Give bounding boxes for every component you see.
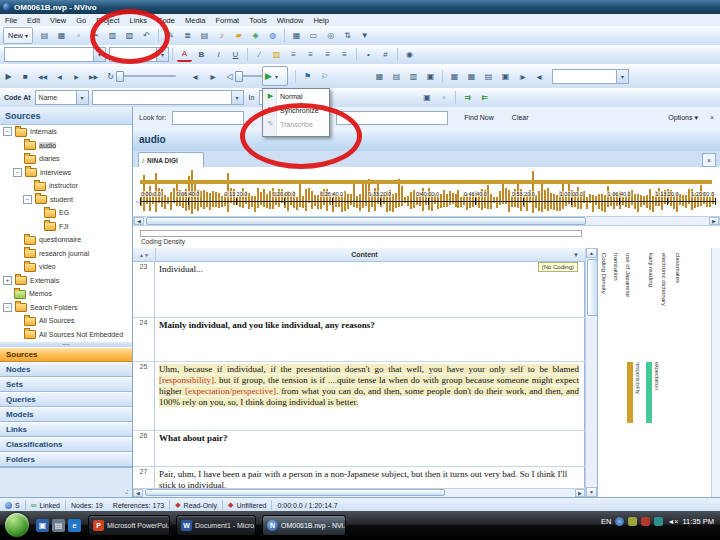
nav-button-nodes[interactable]: Nodes (0, 362, 132, 377)
scrollbar-thumb[interactable] (145, 489, 445, 496)
code-at-name-combo[interactable]: ▾ (92, 90, 244, 105)
options-button[interactable]: Options ▾ (662, 114, 704, 122)
transcript-row[interactable]: 26 What about pair? (133, 430, 585, 467)
print-icon[interactable]: ▦ (54, 28, 69, 43)
clear-button[interactable]: Clear (506, 114, 535, 121)
tree-item-student[interactable]: −student (0, 193, 132, 207)
menu-tools[interactable]: Tools (244, 16, 272, 25)
panel-resize-icon[interactable]: ⌄̂ (124, 488, 129, 495)
coding-stripe-responsibility[interactable] (627, 362, 633, 423)
entry-out-icon[interactable]: ◀| (532, 69, 547, 84)
tree-item-instructor[interactable]: instructor (0, 179, 132, 193)
start-button[interactable] (5, 513, 29, 537)
tree-item-diaries[interactable]: diaries (0, 152, 132, 166)
menu-item-normal[interactable]: ▶Normal (263, 89, 329, 103)
content-column-header[interactable]: Content (156, 251, 573, 258)
menu-media[interactable]: Media (180, 16, 210, 25)
transcript-row[interactable]: 23 Individual... (133, 261, 585, 318)
tree-expander-icon[interactable]: − (3, 127, 12, 136)
bold-icon[interactable]: B (194, 47, 209, 62)
tree-expander-icon[interactable]: − (23, 195, 32, 204)
scroll-right-icon[interactable]: ▶ (709, 217, 719, 225)
waveform-scrollbar[interactable]: ◀ ▶ (133, 216, 720, 226)
underline-icon[interactable]: U (228, 47, 243, 62)
row-number-header[interactable]: ▲▼ (133, 248, 156, 261)
transcript-h-scrollbar[interactable]: ◀ ▶ (133, 488, 585, 497)
document-icon[interactable]: ▭ (306, 28, 321, 43)
find-bar-close-icon[interactable]: × (704, 114, 720, 121)
transcript-row[interactable]: 24 Mainly individual, and you like indiv… (133, 317, 585, 362)
position-slider[interactable] (122, 69, 184, 84)
quick-launch-ie-icon[interactable]: e (68, 519, 81, 532)
list-view-icon[interactable]: ≣ (180, 28, 195, 43)
frame-prev-icon[interactable]: ◀| (188, 69, 203, 84)
play-mode-dropdown-button[interactable]: ▶ ▾ (262, 66, 288, 86)
align-left-icon[interactable]: ≡ (286, 47, 301, 62)
code-icon[interactable]: ⇉ (460, 90, 475, 105)
taskbar-button-word[interactable]: W Document1 - Micro... (176, 515, 256, 536)
tab-audio-document[interactable]: ♪ NINA DIGI (138, 152, 204, 168)
transcript-row[interactable]: 27 Pair, uhm, I have been a pair with a … (133, 466, 585, 489)
tree-expander-icon[interactable]: + (3, 276, 12, 285)
table-layout1-icon[interactable]: ▦ (447, 69, 462, 84)
language-indicator[interactable]: EN (601, 517, 611, 526)
tree-item-internals[interactable]: −Internals (0, 125, 132, 139)
menu-edit[interactable]: Edit (22, 16, 45, 25)
taskbar-button-powerpoint[interactable]: P Microsoft PowerPoi... (88, 515, 170, 536)
play-icon[interactable]: ▶ (1, 69, 16, 84)
flag-in-icon[interactable]: ⚑ (300, 69, 315, 84)
tree-item-eg[interactable]: EG (0, 206, 132, 220)
table-layout4-icon[interactable]: ▣ (498, 69, 513, 84)
align-right-icon[interactable]: ≡ (320, 47, 335, 62)
scroll-up-icon[interactable]: ▲ (586, 248, 597, 258)
numbering-icon[interactable]: # (378, 47, 393, 62)
tray-security-icon[interactable] (641, 517, 650, 526)
tree-item-questionnaire[interactable]: questionnaire (0, 233, 132, 247)
nav-button-classifications[interactable]: Classifications (0, 437, 132, 452)
tree-expander-icon[interactable]: − (13, 168, 22, 177)
detail-view-icon[interactable]: ▤ (197, 28, 212, 43)
frame-next-icon[interactable]: |▶ (205, 69, 220, 84)
nav-button-sources[interactable]: Sources (0, 347, 132, 362)
filter-funnel-icon[interactable]: ▼ (573, 252, 585, 258)
skip-end-icon[interactable]: ▶▶ (86, 69, 101, 84)
web-icon[interactable]: ◍ (265, 28, 280, 43)
table-icon[interactable]: ▦ (289, 28, 304, 43)
tree-item-memos[interactable]: Memos (0, 287, 132, 301)
menu-go[interactable]: Go (71, 16, 91, 25)
highlight-icon[interactable]: ▰ (231, 28, 246, 43)
stop-icon[interactable]: ■ (18, 69, 33, 84)
scroll-left-icon[interactable]: ◀ (133, 489, 143, 497)
menu-view[interactable]: View (45, 16, 71, 25)
tree-item-video[interactable]: video (0, 260, 132, 274)
title-bar[interactable]: OM0061B.nvp - NVivo (0, 0, 720, 14)
skip-start-icon[interactable]: ◀◀ (35, 69, 50, 84)
align-center-icon[interactable]: ≡ (303, 47, 318, 62)
tray-antivirus-icon[interactable] (628, 517, 637, 526)
flag-out-icon[interactable]: ⚐ (317, 69, 332, 84)
tree-item-externals[interactable]: +Externals (0, 274, 132, 288)
tree-item-search-folders[interactable]: −Search Folders (0, 301, 132, 315)
transcript-grid-icon[interactable]: ▤ (389, 69, 404, 84)
sort-desc-icon[interactable]: ▼ (144, 252, 149, 258)
bullets-icon[interactable]: • (361, 47, 376, 62)
print-preview-icon[interactable]: ▫ (71, 28, 86, 43)
scroll-left-icon[interactable]: ◀ (134, 217, 144, 225)
table-layout3-icon[interactable]: ▤ (481, 69, 496, 84)
media-rows-combo[interactable]: ▾ (552, 69, 629, 84)
entry-in-icon[interactable]: |▶ (515, 69, 530, 84)
scroll-right-icon[interactable]: ▶ (575, 489, 585, 497)
taskbar-button-nvivo[interactable]: N OM0061B.nvp - NVi... (262, 515, 346, 536)
tree-expander-icon[interactable]: − (3, 303, 12, 312)
tree-item-interviews[interactable]: −interviews (0, 166, 132, 180)
scrollbar-thumb[interactable] (146, 217, 586, 225)
audio-waveform[interactable]: 0:00:0.00:06:40.00:13:20.00:20:00.00:26:… (133, 167, 720, 216)
scroll-down-icon[interactable]: ▼ (586, 487, 597, 497)
menu-help[interactable]: Help (308, 16, 333, 25)
font-color-icon[interactable]: A (177, 47, 192, 62)
menu-window[interactable]: Window (272, 16, 309, 25)
playhead-marker-icon[interactable]: ⇔ (134, 196, 143, 206)
font-family-combo[interactable]: ▾ (4, 47, 106, 62)
transcript-columns-icon[interactable]: ▥ (406, 69, 421, 84)
coding-stripe-expectation[interactable] (646, 362, 652, 423)
